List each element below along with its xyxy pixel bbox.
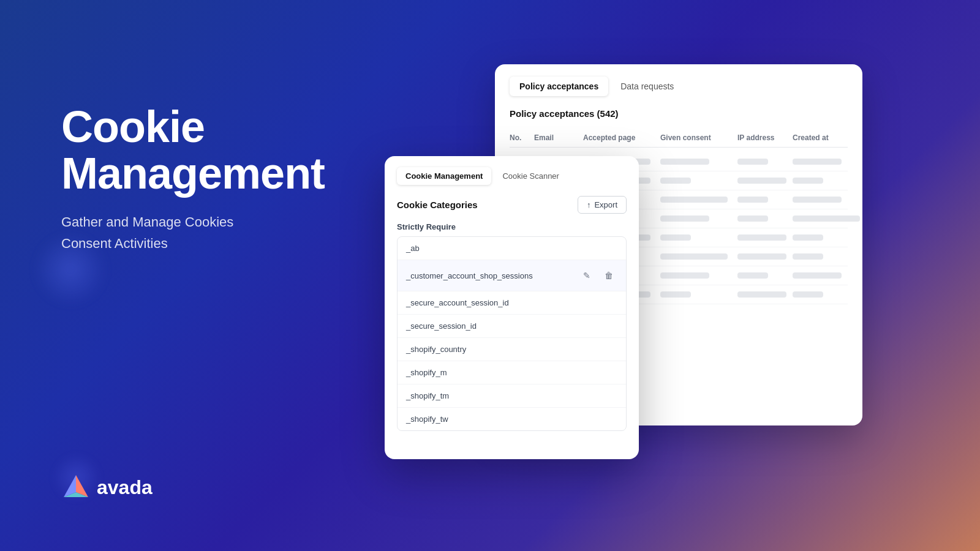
logo-icon	[61, 473, 91, 502]
list-item: _secure_session_id	[398, 315, 626, 338]
cookie-name: _shopify_country	[406, 345, 466, 354]
col-no: No.	[510, 133, 534, 142]
col-given-consent: Given consent	[660, 133, 737, 142]
tab-cookie-management[interactable]: Cookie Management	[397, 167, 491, 185]
list-item: _ab	[398, 237, 626, 260]
title-line1: Cookie	[61, 102, 205, 151]
subtitle-line1: Gather and Manage Cookies	[61, 214, 233, 230]
logo: avada	[61, 473, 153, 502]
cookie-list: _ab _customer_account_shop_sessions ✎ 🗑 …	[397, 236, 627, 431]
list-item[interactable]: _customer_account_shop_sessions ✎ 🗑	[398, 260, 626, 291]
export-icon: ↑	[587, 200, 591, 209]
cookie-categories-title: Cookie Categories	[397, 200, 478, 210]
tab-policy-acceptances[interactable]: Policy acceptances	[510, 77, 608, 96]
cookie-name: _secure_account_session_id	[406, 298, 509, 307]
col-email: Email	[534, 133, 583, 142]
delete-icon[interactable]: 🗑	[600, 267, 617, 284]
col-ip-address: IP address	[737, 133, 793, 142]
title-line2: Management	[61, 149, 325, 198]
col-accepted-page: Accepted page	[583, 133, 660, 142]
cookie-name: _shopify_m	[406, 368, 447, 377]
cookie-name: _secure_session_id	[406, 321, 477, 331]
list-item: _shopify_m	[398, 361, 626, 384]
cookie-name: _ab	[406, 244, 420, 253]
export-button[interactable]: ↑ Export	[578, 196, 627, 214]
list-item: _shopify_country	[398, 338, 626, 361]
cookie-actions: ✎ 🗑	[578, 267, 617, 284]
cookie-name: _shopify_tm	[406, 391, 449, 400]
front-panel-tabs: Cookie Management Cookie Scanner	[397, 167, 627, 185]
cookie-name: _customer_account_shop_sessions	[406, 271, 533, 280]
cookie-header: Cookie Categories ↑ Export	[397, 196, 627, 214]
export-label: Export	[594, 200, 617, 209]
cookie-management-panel: Cookie Management Cookie Scanner Cookie …	[385, 156, 639, 459]
cookie-name: _shopify_tw	[406, 414, 448, 424]
list-item: _shopify_tm	[398, 384, 626, 408]
edit-icon[interactable]: ✎	[578, 267, 595, 284]
tab-cookie-scanner[interactable]: Cookie Scanner	[494, 167, 568, 185]
subtitle: Gather and Manage Cookies Consent Activi…	[61, 211, 325, 254]
main-title: Cookie Management	[61, 104, 325, 197]
back-panel-tabs: Policy acceptances Data requests	[510, 77, 848, 96]
strictly-require-label: Strictly Require	[397, 222, 627, 231]
col-created-at: Created at	[793, 133, 848, 142]
list-item: _shopify_tw	[398, 408, 626, 430]
tab-data-requests[interactable]: Data requests	[611, 77, 684, 96]
list-item: _secure_account_session_id	[398, 291, 626, 315]
subtitle-line2: Consent Activities	[61, 236, 168, 251]
table-header: No. Email Accepted page Given consent IP…	[510, 129, 848, 148]
logo-text: avada	[97, 476, 153, 499]
left-panel: Cookie Management Gather and Manage Cook…	[61, 104, 325, 255]
policy-heading: Policy acceptances (542)	[510, 108, 848, 119]
